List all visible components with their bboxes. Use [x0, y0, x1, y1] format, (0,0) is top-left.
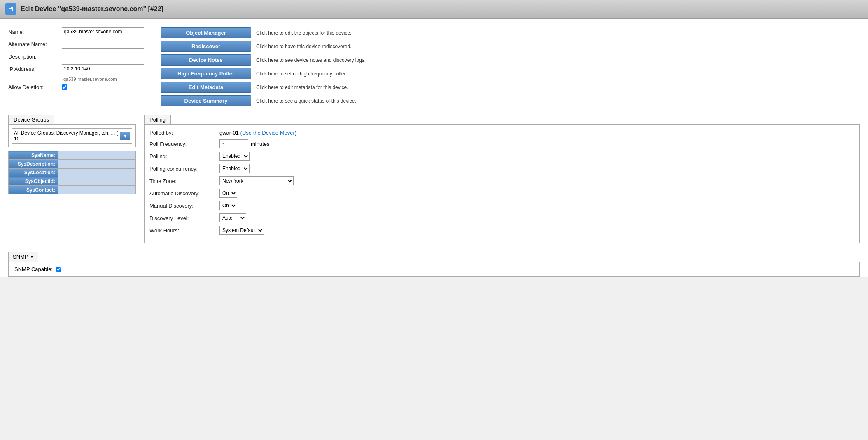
sys-contact-value	[58, 186, 136, 194]
btn-row-5: Device Summary Click here to see a quick…	[161, 95, 860, 106]
alt-name-input[interactable]	[62, 40, 144, 49]
discovery-level-select[interactable]: Auto Level 1 Level 2 Level 3	[219, 213, 246, 222]
snmp-capable-row: SNMP Capable:	[14, 266, 854, 272]
sys-object-id-label: SysObjectId:	[9, 177, 58, 186]
table-row: SysContact:	[9, 186, 136, 194]
time-zone-row: Time Zone: New York UTC Los Angeles Chic…	[149, 176, 854, 185]
alt-name-label: Alternate Name:	[8, 41, 62, 47]
device-groups-tab-label[interactable]: Device Groups	[8, 115, 54, 124]
sys-location-value	[58, 169, 136, 177]
description-input[interactable]	[62, 52, 144, 61]
auto-discovery-row: Automatic Discovery: On Off	[149, 189, 854, 198]
ip-address-row: IP Address:	[8, 64, 144, 73]
btn-row-4: Edit Metadata Click here to edit metadat…	[161, 82, 860, 93]
device-notes-button[interactable]: Device Notes	[161, 54, 251, 66]
poll-freq-label: Poll Frequency:	[149, 141, 219, 147]
polling-tab-label[interactable]: Polling	[144, 115, 171, 124]
object-manager-button[interactable]: Object Manager	[161, 27, 251, 38]
device-form: Name: Alternate Name: Description: IP Ad…	[8, 27, 144, 106]
polling-content: Polled by: gwar-01 (Use the Device Mover…	[144, 124, 860, 243]
polling-concurrency-label: Polling concurrency:	[149, 166, 219, 172]
btn-row-3: High Frequency Poller Click here to set …	[161, 68, 860, 79]
snmp-arrow-icon: ▼	[30, 255, 34, 259]
table-row: SysName:	[9, 151, 136, 160]
snmp-section: SNMP ▼ SNMP Capable:	[8, 252, 860, 277]
manual-discovery-label: Manual Discovery:	[149, 203, 219, 209]
polling-panel: Polling Polled by: gwar-01 (Use the Devi…	[144, 115, 860, 243]
polled-by-label: Polled by:	[149, 130, 219, 136]
btn-desc-4: Click here to edit metadata for this dev…	[256, 84, 348, 90]
btn-row-2: Device Notes Click here to see device no…	[161, 54, 860, 66]
auto-discovery-select[interactable]: On Off	[219, 189, 237, 198]
btn-row-0: Object Manager Click here to edit the ob…	[161, 27, 860, 38]
rediscover-button[interactable]: Rediscover	[161, 41, 251, 52]
sys-name-value	[58, 151, 136, 160]
dropdown-text: All Device Groups, Discovery Manager, te…	[14, 130, 119, 142]
minutes-label: minutes	[251, 141, 270, 147]
table-row: SysObjectId:	[9, 177, 136, 186]
time-zone-select[interactable]: New York UTC Los Angeles Chicago	[219, 176, 294, 185]
device-summary-button[interactable]: Device Summary	[161, 95, 251, 106]
polling-tab[interactable]: Polling	[144, 115, 860, 124]
name-input[interactable]	[62, 27, 144, 36]
device-groups-content: All Device Groups, Discovery Manager, te…	[8, 124, 136, 147]
device-groups-tab[interactable]: Device Groups	[8, 115, 136, 124]
high-frequency-poller-button[interactable]: High Frequency Poller	[161, 68, 251, 79]
polling-concurrency-row: Polling concurrency: Enabled Disabled	[149, 164, 854, 173]
snmp-content: SNMP Capable:	[8, 262, 860, 277]
poll-frequency-row: Poll Frequency: minutes	[149, 139, 854, 148]
buttons-grid: Object Manager Click here to edit the ob…	[161, 27, 860, 106]
use-device-mover-link[interactable]: (Use the Device Mover)	[240, 130, 297, 136]
discovery-level-row: Discovery Level: Auto Level 1 Level 2 Le…	[149, 213, 854, 222]
polled-by-value: gwar-01	[219, 130, 239, 136]
device-groups-dropdown[interactable]: All Device Groups, Discovery Manager, te…	[12, 128, 132, 144]
polling-select[interactable]: Enabled Disabled	[219, 152, 250, 161]
ip-address-label: IP Address:	[8, 66, 62, 72]
polling-status-row: Polling: Enabled Disabled	[149, 152, 854, 161]
title-bar: 🖥 Edit Device "qa539-master.sevone.com" …	[0, 0, 868, 19]
sys-name-label: SysName:	[9, 151, 58, 160]
btn-desc-2: Click here to see device notes and disco…	[256, 57, 366, 63]
ip-address-input[interactable]	[62, 64, 144, 73]
btn-desc-3: Click here to set up high frequency poll…	[256, 71, 347, 77]
work-hours-label: Work Hours:	[149, 227, 219, 234]
name-row: Name:	[8, 27, 144, 36]
snmp-tab[interactable]: SNMP ▼	[8, 252, 38, 262]
description-label: Description:	[8, 54, 62, 60]
app-icon: 🖥	[5, 3, 16, 15]
dropdown-arrow-button[interactable]: ▼	[120, 132, 130, 140]
allow-deletion-row: Allow Deletion:	[8, 84, 144, 90]
allow-deletion-label: Allow Deletion:	[8, 84, 62, 90]
allow-deletion-checkbox[interactable]	[62, 84, 67, 90]
sys-description-value	[58, 160, 136, 169]
polling-concurrency-select[interactable]: Enabled Disabled	[219, 164, 250, 173]
polling-status-label: Polling:	[149, 153, 219, 159]
btn-desc-0: Click here to edit the objects for this …	[256, 30, 351, 36]
action-buttons-section: Object Manager Click here to edit the ob…	[161, 27, 860, 106]
btn-desc-5: Click here to see a quick status of this…	[256, 98, 356, 104]
discovery-level-label: Discovery Level:	[149, 215, 219, 221]
btn-desc-1: Click here to have this device rediscove…	[256, 44, 351, 49]
snmp-capable-label: SNMP Capable:	[14, 266, 53, 272]
ip-hint: qa539-master.sevone.com	[63, 77, 144, 82]
work-hours-row: Work Hours: System Default Custom	[149, 226, 854, 235]
sys-object-id-value	[58, 177, 136, 186]
work-hours-select[interactable]: System Default Custom	[219, 226, 264, 235]
sys-info-table: SysName: SysDescription: SysLocation: Sy…	[8, 151, 136, 194]
snmp-capable-checkbox[interactable]	[56, 267, 61, 272]
manual-discovery-select[interactable]: On Off	[219, 201, 237, 210]
table-row: SysLocation:	[9, 169, 136, 177]
time-zone-label: Time Zone:	[149, 178, 219, 184]
edit-metadata-button[interactable]: Edit Metadata	[161, 82, 251, 93]
poll-frequency-input[interactable]	[219, 139, 248, 148]
page-title: Edit Device "qa539-master.sevone.com" [#…	[21, 5, 163, 13]
polled-by-row: Polled by: gwar-01 (Use the Device Mover…	[149, 130, 854, 136]
sys-contact-label: SysContact:	[9, 186, 58, 194]
table-row: SysDescription:	[9, 160, 136, 169]
alt-name-row: Alternate Name:	[8, 40, 144, 49]
sys-location-label: SysLocation:	[9, 169, 58, 177]
description-row: Description:	[8, 52, 144, 61]
btn-row-1: Rediscover Click here to have this devic…	[161, 41, 860, 52]
manual-discovery-row: Manual Discovery: On Off	[149, 201, 854, 210]
sys-description-label: SysDescription:	[9, 160, 58, 169]
